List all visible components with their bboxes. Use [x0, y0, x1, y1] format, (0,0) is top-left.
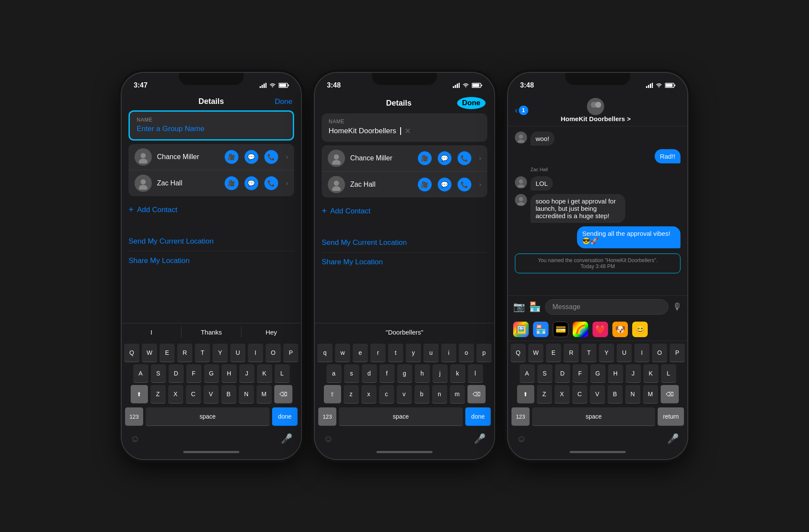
message-icon-chance-2[interactable]: 💬 — [438, 151, 452, 165]
key-q-1[interactable]: Q — [124, 344, 139, 362]
emoji-icon-3[interactable]: ☺ — [517, 433, 526, 444]
key-u-3[interactable]: U — [617, 344, 632, 362]
key-delete-1[interactable]: ⌫ — [274, 385, 292, 403]
key-b-2[interactable]: b — [414, 385, 430, 403]
key-j-3[interactable]: J — [626, 364, 641, 382]
key-i-3[interactable]: I — [634, 344, 649, 362]
key-s-3[interactable]: S — [537, 364, 552, 382]
location-row-share-1[interactable]: Share My Location — [129, 251, 294, 270]
key-y-2[interactable]: y — [406, 344, 421, 362]
key-q-2[interactable]: q — [317, 344, 332, 362]
key-l-3[interactable]: L — [661, 364, 676, 382]
key-h-1[interactable]: H — [222, 364, 237, 382]
key-i-1[interactable]: I — [248, 344, 263, 362]
message-icon-1[interactable]: 💬 — [245, 150, 258, 164]
key-n-3[interactable]: N — [625, 385, 640, 403]
message-icon-zac-2[interactable]: 💬 — [438, 178, 452, 191]
key-shift-2[interactable]: ⇧ — [324, 385, 341, 403]
mic-icon-3[interactable]: 🎤 — [667, 433, 679, 444]
key-l-1[interactable]: L — [275, 364, 290, 382]
key-e-2[interactable]: e — [353, 344, 368, 362]
key-shift-3[interactable]: ⬆ — [517, 385, 534, 403]
key-d-2[interactable]: d — [362, 364, 377, 382]
contact-row-zac-2[interactable]: Zac Hall 🎥 💬 📞 › — [322, 172, 487, 197]
location-row-share-2[interactable]: Share My Location — [322, 253, 487, 272]
key-s-2[interactable]: s — [344, 364, 359, 382]
key-j-1[interactable]: J — [239, 364, 254, 382]
key-q-3[interactable]: Q — [511, 344, 526, 362]
key-r-3[interactable]: R — [564, 344, 579, 362]
app-tray-photos[interactable]: 🖼️ — [513, 322, 529, 337]
key-m-3[interactable]: M — [643, 385, 658, 403]
key-k-2[interactable]: k — [450, 364, 465, 382]
key-a-3[interactable]: A — [520, 364, 535, 382]
key-g-3[interactable]: G — [590, 364, 605, 382]
key-c-2[interactable]: c — [379, 385, 394, 403]
key-shift-1[interactable]: ⬆ — [131, 385, 148, 403]
key-b-3[interactable]: B — [608, 385, 623, 403]
video-icon-zac-2[interactable]: 🎥 — [418, 178, 432, 191]
key-j-2[interactable]: j — [433, 364, 448, 382]
key-x-3[interactable]: X — [555, 385, 570, 403]
phone-icon-1[interactable]: 📞 — [264, 150, 278, 164]
done-btn-2[interactable]: Done — [457, 97, 486, 109]
contact-row-chance-2[interactable]: Chance Miller 🎥 💬 📞 › — [322, 145, 487, 172]
emoji-icon-1[interactable]: ☺ — [130, 433, 140, 444]
mic-icon-1[interactable]: 🎤 — [281, 433, 292, 444]
key-a-1[interactable]: A — [133, 364, 148, 382]
key-w-3[interactable]: W — [528, 344, 543, 362]
key-i-2[interactable]: i — [441, 344, 456, 362]
key-w-2[interactable]: w — [335, 344, 350, 362]
key-n-2[interactable]: n — [432, 385, 447, 403]
key-123-3[interactable]: 123 — [511, 407, 530, 426]
camera-icon-3[interactable]: 📷 — [513, 301, 525, 313]
location-row-current-2[interactable]: Send My Current Location — [322, 233, 487, 253]
key-space-1[interactable]: space — [146, 407, 270, 426]
key-r-2[interactable]: r — [370, 344, 386, 362]
key-done-1[interactable]: done — [272, 407, 298, 426]
key-e-1[interactable]: E — [160, 344, 175, 362]
key-delete-3[interactable]: ⌫ — [661, 385, 679, 403]
key-d-1[interactable]: D — [169, 364, 184, 382]
key-f-2[interactable]: f — [379, 364, 395, 382]
video-icon-chance-2[interactable]: 🎥 — [418, 151, 432, 165]
key-o-3[interactable]: O — [652, 344, 667, 362]
key-t-3[interactable]: T — [581, 344, 596, 362]
autocomplete-i-1[interactable]: I — [122, 327, 182, 338]
key-s-1[interactable]: S — [151, 364, 166, 382]
key-k-3[interactable]: K — [643, 364, 658, 382]
key-z-2[interactable]: z — [344, 385, 359, 403]
emoji-icon-2[interactable]: ☺ — [323, 433, 333, 444]
key-o-2[interactable]: o — [459, 344, 474, 362]
key-x-1[interactable]: X — [168, 385, 183, 403]
key-n-1[interactable]: N — [239, 385, 254, 403]
phone-icon-chance-2[interactable]: 📞 — [458, 151, 471, 165]
key-d-3[interactable]: D — [555, 364, 570, 382]
key-delete-2[interactable]: ⌫ — [467, 385, 486, 403]
key-p-1[interactable]: P — [283, 344, 298, 362]
key-123-2[interactable]: 123 — [318, 407, 336, 426]
key-g-1[interactable]: G — [204, 364, 219, 382]
phone-icon-zac-2[interactable]: 📞 — [458, 178, 471, 191]
messages-title-area-3[interactable]: HomeKit Doorbellers > — [528, 98, 663, 122]
back-btn-3[interactable]: ‹ 1 — [515, 105, 528, 115]
key-b-1[interactable]: B — [221, 385, 236, 403]
key-a-2[interactable]: a — [326, 364, 342, 382]
app-tray-heart[interactable]: ❤️ — [593, 322, 608, 337]
key-f-3[interactable]: F — [573, 364, 588, 382]
key-m-2[interactable]: m — [450, 385, 465, 403]
name-section-1[interactable]: NAME Enter a Group Name — [129, 110, 294, 141]
autocomplete-hey-1[interactable]: Hey — [241, 327, 301, 338]
key-g-2[interactable]: g — [397, 364, 412, 382]
autocomplete-thanks-1[interactable]: Thanks — [182, 327, 241, 338]
key-k-1[interactable]: K — [257, 364, 272, 382]
video-icon-1[interactable]: 🎥 — [225, 150, 238, 164]
key-u-1[interactable]: U — [230, 344, 245, 362]
video-icon-zac-1[interactable]: 🎥 — [225, 176, 238, 190]
app-tray-appstore[interactable]: 🏪 — [533, 322, 549, 337]
key-o-1[interactable]: O — [266, 344, 281, 362]
key-p-3[interactable]: P — [670, 344, 685, 362]
key-u-2[interactable]: u — [423, 344, 439, 362]
done-btn-1[interactable]: Done — [275, 97, 292, 106]
name-input-2[interactable]: HomeKit Doorbellers — [329, 127, 396, 135]
